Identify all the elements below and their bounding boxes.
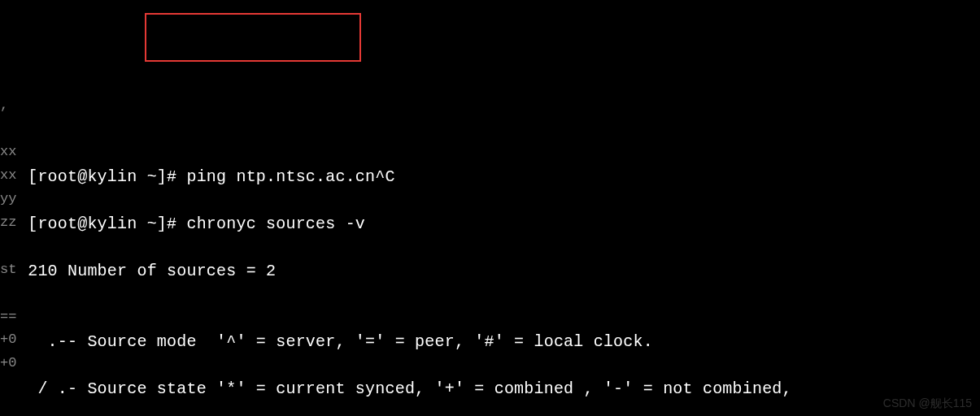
terminal-line: [root@kylin ~]# chronyc sources -v bbox=[18, 212, 967, 236]
terminal-line: .-- Source mode '^' = server, '=' = peer… bbox=[18, 330, 967, 353]
terminal-line: / .- Source state '*' = current synced, … bbox=[18, 377, 967, 401]
terminal-line: 210 Number of sources = 2 bbox=[18, 259, 967, 283]
highlight-annotation bbox=[145, 13, 361, 62]
watermark-text: CSDN @舰长115 bbox=[883, 395, 972, 411]
terminal-output[interactable]: [root@kylin ~]# ping ntp.ntsc.ac.cn^C [r… bbox=[0, 141, 980, 416]
terminal-line: [root@kylin ~]# ping ntp.ntsc.ac.cn^C bbox=[18, 165, 967, 188]
